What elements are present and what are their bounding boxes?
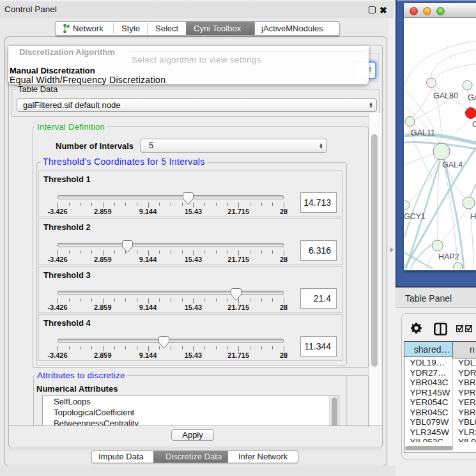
- svg-text:H: H: [471, 212, 476, 221]
- svg-text:GAL11: GAL11: [411, 128, 435, 137]
- svg-text:GAL4: GAL4: [442, 160, 463, 169]
- svg-text:GAL80: GAL80: [433, 91, 458, 100]
- svg-text:GA: GA: [468, 93, 476, 102]
- svg-text:HAP2: HAP2: [438, 252, 459, 261]
- svg-text:GCY1: GCY1: [404, 212, 426, 221]
- svg-text:C: C: [472, 120, 476, 129]
